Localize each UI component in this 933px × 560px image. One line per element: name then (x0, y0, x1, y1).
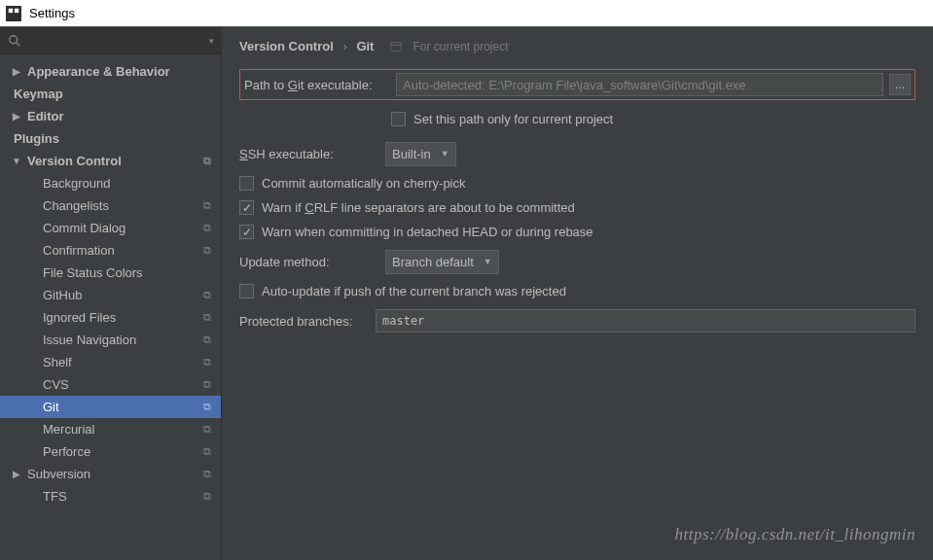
search-bar[interactable]: ▾ (0, 27, 222, 54)
sidebar-item-perforce[interactable]: Perforce⧉ (0, 440, 221, 463)
breadcrumb-current: Git (356, 39, 374, 53)
svg-rect-1 (9, 8, 13, 12)
svg-point-3 (10, 35, 18, 43)
breadcrumb-parent[interactable]: Version Control (239, 39, 334, 53)
sidebar-item-keymap[interactable]: Keymap (0, 83, 221, 105)
chevron-down-icon: ▼ (441, 149, 449, 158)
update-method-label: Update method: (239, 255, 385, 269)
sidebar-item-label: Confirmation (43, 243, 115, 258)
sidebar-item-label: Commit Dialog (43, 221, 126, 235)
warn-detached-checkbox[interactable] (239, 225, 254, 239)
sidebar-item-file-status-colors[interactable]: File Status Colors (0, 262, 221, 284)
sidebar-item-editor[interactable]: ▶Editor (0, 105, 221, 127)
dropdown-icon[interactable]: ▾ (209, 36, 214, 46)
content-panel: Version Control › Git For current projec… (222, 27, 933, 560)
sidebar-item-label: Perforce (43, 444, 90, 459)
sidebar-item-label: GitHub (43, 288, 82, 302)
sidebar-item-version-control[interactable]: ▼Version Control⧉ (0, 150, 221, 172)
warn-crlf-label: Warn if CRLF line separators are about t… (262, 200, 575, 215)
sidebar-item-label: Git (43, 400, 59, 414)
sidebar: ▾ ▶Appearance & BehaviorKeymap▶EditorPlu… (0, 27, 222, 560)
sidebar-item-commit-dialog[interactable]: Commit Dialog⧉ (0, 217, 221, 239)
svg-rect-2 (15, 8, 18, 12)
sidebar-item-label: File Status Colors (43, 265, 143, 280)
breadcrumb: Version Control › Git For current projec… (222, 27, 933, 63)
window-title: Settings (29, 6, 75, 20)
copy-icon: ⧉ (203, 199, 211, 212)
auto-update-label: Auto-update if push of the current branc… (262, 284, 566, 298)
sidebar-item-label: Appearance & Behavior (27, 64, 170, 79)
breadcrumb-separator: › (342, 39, 346, 53)
copy-icon: ⧉ (203, 468, 211, 480)
warn-detached-label: Warn when committing in detached HEAD or… (262, 225, 593, 239)
scope-icon (389, 40, 403, 53)
sidebar-item-subversion[interactable]: ▶Subversion⧉ (0, 463, 221, 485)
copy-icon: ⧉ (203, 356, 211, 368)
sidebar-item-plugins[interactable]: Plugins (0, 127, 221, 150)
sidebar-item-ignored-files[interactable]: Ignored Files⧉ (0, 306, 221, 329)
chevron-right-icon: ▶ (12, 66, 21, 77)
svg-line-4 (17, 42, 20, 46)
chevron-down-icon: ▼ (12, 156, 21, 166)
chevron-right-icon: ▶ (12, 111, 21, 122)
sidebar-item-mercurial[interactable]: Mercurial⧉ (0, 418, 221, 440)
copy-icon: ⧉ (203, 333, 211, 346)
search-input[interactable] (27, 33, 209, 48)
auto-update-checkbox[interactable] (239, 284, 254, 298)
copy-icon: ⧉ (203, 423, 211, 436)
svg-rect-5 (391, 42, 402, 51)
sidebar-item-label: CVS (43, 377, 69, 392)
sidebar-item-issue-navigation[interactable]: Issue Navigation⧉ (0, 329, 221, 351)
sidebar-item-changelists[interactable]: Changelists⧉ (0, 194, 221, 217)
copy-icon: ⧉ (203, 378, 211, 391)
sidebar-item-label: Mercurial (43, 422, 94, 437)
title-bar: Settings (0, 0, 933, 27)
set-path-only-label: Set this path only for current project (413, 112, 613, 126)
sidebar-item-label: Editor (27, 109, 64, 123)
copy-icon: ⧉ (203, 244, 211, 257)
settings-tree: ▶Appearance & BehaviorKeymap▶EditorPlugi… (0, 54, 221, 560)
sidebar-item-github[interactable]: GitHub⧉ (0, 284, 221, 306)
watermark: https://blog.csdn.net/it_lihongmin (675, 525, 915, 544)
sidebar-item-label: TFS (43, 489, 67, 504)
scope-label: For current project (413, 40, 508, 53)
sidebar-item-label: Shelf (43, 355, 72, 369)
git-path-row: Path to Git executable: ... (239, 69, 915, 100)
sidebar-item-background[interactable]: Background (0, 172, 221, 194)
copy-icon: ⧉ (203, 401, 211, 413)
sidebar-item-label: Issue Navigation (43, 332, 136, 347)
warn-crlf-checkbox[interactable] (239, 200, 254, 215)
copy-icon: ⧉ (203, 222, 211, 234)
sidebar-item-tfs[interactable]: TFS⧉ (0, 485, 221, 508)
commit-auto-checkbox[interactable] (239, 176, 254, 191)
sidebar-item-cvs[interactable]: CVS⧉ (0, 373, 221, 396)
sidebar-item-confirmation[interactable]: Confirmation⧉ (0, 239, 221, 262)
ssh-label: SSH executable: (239, 147, 385, 161)
sidebar-item-git[interactable]: Git⧉ (0, 396, 221, 418)
sidebar-item-label: Plugins (14, 131, 59, 146)
browse-button[interactable]: ... (889, 74, 911, 95)
search-icon (8, 34, 21, 48)
sidebar-item-appearance-behavior[interactable]: ▶Appearance & Behavior (0, 60, 221, 83)
protected-branches-input[interactable] (376, 309, 915, 332)
set-path-only-checkbox[interactable] (391, 112, 406, 126)
git-path-input[interactable] (396, 73, 883, 96)
copy-icon: ⧉ (203, 445, 211, 458)
copy-icon: ⧉ (203, 155, 211, 167)
ssh-select[interactable]: Built-in ▼ (385, 142, 456, 166)
commit-auto-label: Commit automatically on cherry-pick (262, 176, 466, 191)
copy-icon: ⧉ (203, 289, 211, 301)
sidebar-item-shelf[interactable]: Shelf⧉ (0, 351, 221, 373)
app-icon (6, 6, 21, 21)
sidebar-item-label: Ignored Files (43, 310, 116, 325)
sidebar-item-label: Background (43, 176, 110, 191)
chevron-right-icon: ▶ (12, 469, 21, 479)
sidebar-item-label: Changelists (43, 198, 109, 213)
sidebar-item-label: Keymap (14, 87, 63, 101)
git-path-label: Path to Git executable: (244, 78, 390, 92)
copy-icon: ⧉ (203, 490, 211, 503)
update-method-select[interactable]: Branch default ▼ (385, 250, 499, 274)
protected-label: Protected branches: (239, 314, 376, 329)
sidebar-item-label: Version Control (27, 154, 122, 168)
sidebar-item-label: Subversion (27, 467, 90, 481)
